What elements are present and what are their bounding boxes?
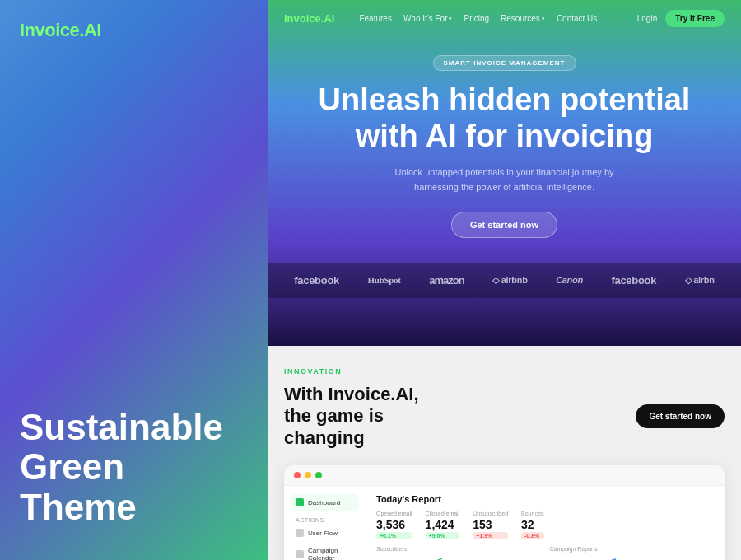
hero-content: Smart Invoice Management Unleash hidden … xyxy=(268,37,741,263)
lower-title: With Invoice.AI, the game is changing xyxy=(284,384,449,449)
dashboard-body: Dashboard Actions User Flow Campaign Cal… xyxy=(284,486,725,560)
minimize-dot xyxy=(305,472,311,478)
brand-amazon: amazon xyxy=(429,274,464,287)
left-panel: Invoice.AI Sustainable Green Theme xyxy=(0,0,268,560)
stat-label-4: Bounced xyxy=(521,511,544,516)
sidebar-item-dashboard[interactable]: Dashboard xyxy=(291,494,359,511)
navbar: Invoice.AI Features Who It's For▾ Pricin… xyxy=(268,0,741,37)
stat-change-4: -0.8% xyxy=(521,532,544,539)
stat-label-3: Unsubscribed xyxy=(473,511,508,516)
stat-opened-email: Opened email 3,536 +6.1% xyxy=(376,511,412,539)
try-free-button[interactable]: Try It Free xyxy=(665,10,725,27)
stat-value-2: 1,424 xyxy=(426,518,460,531)
stat-clicked-email: Clicked email 1,424 +9.6% xyxy=(426,511,460,539)
report-title: Today's Report xyxy=(376,494,715,504)
tagline-line3: Theme xyxy=(20,487,137,527)
chart-title-subscribers: Subscribers xyxy=(376,546,542,552)
chart-title-campaign: Campaign Reports xyxy=(550,546,715,552)
nav-logo: Invoice.AI xyxy=(284,12,334,25)
sidebar-section-actions: Actions xyxy=(291,512,359,525)
dashboard-card: Dashboard Actions User Flow Campaign Cal… xyxy=(284,465,725,560)
maximize-dot xyxy=(315,472,322,478)
stat-unsubscribed: Unsubscribed 153 +1.9% xyxy=(473,511,508,539)
brand-strip: facebook HubSpot amazon ◇ airbnb Canon f… xyxy=(268,263,741,298)
sidebar-item-calendar[interactable]: Campaign Calendar xyxy=(291,543,359,560)
lower-cta-button[interactable]: Get started now xyxy=(636,404,725,428)
right-panel: Invoice.AI Features Who It's For▾ Pricin… xyxy=(268,0,741,560)
calendar-icon xyxy=(296,550,304,558)
dashboard-main: Today's Report Opened email 3,536 +6.1% … xyxy=(366,486,725,560)
nav-logo-text: Invoice. xyxy=(284,12,324,25)
sidebar-item-userflow[interactable]: User Flow xyxy=(291,525,359,541)
tagline: Sustainable Green Theme xyxy=(20,408,223,527)
stat-value-3: 153 xyxy=(473,518,508,531)
stat-bounced: Bounced 32 -0.8% xyxy=(521,511,544,539)
hero-badge: Smart Invoice Management xyxy=(433,55,576,71)
brand-airbnb-2: ◇ airbn xyxy=(685,275,715,286)
stat-change-3: +1.9% xyxy=(473,532,508,539)
chart-campaign: Campaign Reports xyxy=(550,546,715,560)
nav-who-label: Who It's For xyxy=(403,14,448,23)
brand-canon: Canon xyxy=(556,275,583,285)
stat-change-1: +6.1% xyxy=(376,532,412,539)
dashboard-sidebar: Dashboard Actions User Flow Campaign Cal… xyxy=(284,486,366,560)
tagline-line2: Green xyxy=(20,446,124,487)
logo-accent: AI xyxy=(84,20,101,40)
chevron-down-icon-2: ▾ xyxy=(542,16,545,22)
hero-subtitle: Unlock untapped potentials in your finan… xyxy=(381,166,628,194)
campaign-chart-svg xyxy=(550,554,616,560)
lower-header: With Invoice.AI, the game is changing Ge… xyxy=(284,384,725,449)
sidebar-label-userflow: User Flow xyxy=(308,530,338,537)
brand-facebook-2: facebook xyxy=(611,274,656,287)
stat-label-2: Clicked email xyxy=(426,511,460,516)
stat-value-1: 3,536 xyxy=(376,518,412,531)
subscribers-chart-svg xyxy=(376,554,442,560)
nav-actions: Login Try It Free xyxy=(637,10,725,27)
hero-title: Unleash hidden potential with AI for inv… xyxy=(301,82,708,154)
tagline-line1: Sustainable xyxy=(20,407,223,447)
chevron-down-icon: ▾ xyxy=(449,16,452,22)
hero-section: Invoice.AI Features Who It's For▾ Pricin… xyxy=(268,0,741,346)
dashboard-icon xyxy=(296,498,304,506)
userflow-icon xyxy=(296,529,304,537)
nav-contact[interactable]: Contact Us xyxy=(557,14,597,23)
logo-text: Invoice. xyxy=(20,20,84,40)
brand-hubspot: HubSpot xyxy=(368,275,401,285)
left-logo: Invoice.AI xyxy=(20,20,248,41)
stat-change-2: +9.6% xyxy=(426,532,460,539)
stat-value-4: 32 xyxy=(521,518,544,531)
tagline-block: Sustainable Green Theme xyxy=(20,408,223,527)
brand-facebook-1: facebook xyxy=(294,274,339,287)
lower-section: Innovation With Invoice.AI, the game is … xyxy=(268,346,741,560)
innovation-label: Innovation xyxy=(284,367,725,376)
login-link[interactable]: Login xyxy=(637,14,657,23)
nav-resources-label: Resources xyxy=(501,14,540,23)
nav-resources[interactable]: Resources▾ xyxy=(501,14,545,23)
close-dot xyxy=(294,472,301,478)
hero-cta-button[interactable]: Get started now xyxy=(451,212,557,238)
mini-charts: Subscribers Campaign Reports xyxy=(376,546,715,560)
nav-links: Features Who It's For▾ Pricing Resources… xyxy=(359,14,620,23)
stats-row: Opened email 3,536 +6.1% Clicked email 1… xyxy=(376,511,715,539)
dashboard-titlebar xyxy=(284,465,725,486)
sidebar-label-dashboard: Dashboard xyxy=(308,499,340,506)
chart-subscribers: Subscribers xyxy=(376,546,542,560)
stat-label-1: Opened email xyxy=(376,511,412,516)
nav-pricing[interactable]: Pricing xyxy=(464,14,489,23)
nav-who[interactable]: Who It's For▾ xyxy=(403,14,453,23)
nav-features[interactable]: Features xyxy=(359,14,391,23)
sidebar-label-calendar: Campaign Calendar xyxy=(308,547,354,560)
nav-logo-accent: AI xyxy=(324,12,334,25)
brand-airbnb-1: ◇ airbnb xyxy=(492,275,527,286)
